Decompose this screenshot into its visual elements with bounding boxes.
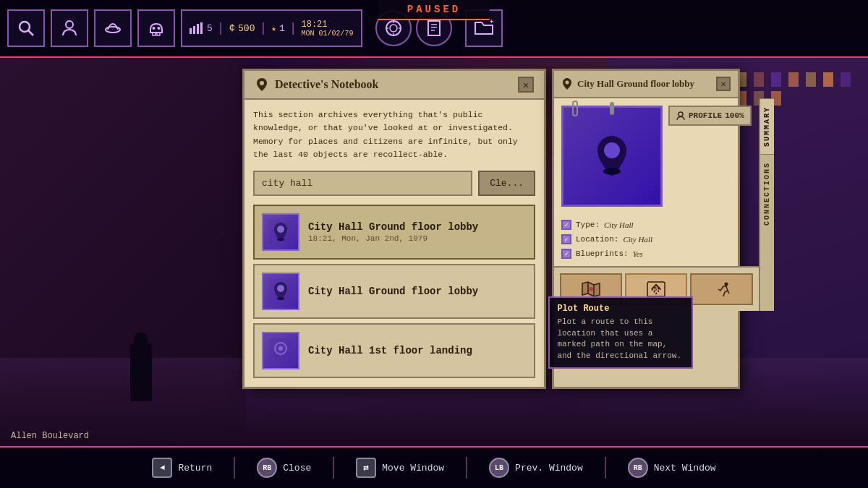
result-info-2: City Hall 1st floor landing	[308, 345, 527, 356]
action-run-btn[interactable]	[690, 273, 752, 305]
result-icon-2	[262, 332, 299, 369]
detail-title: City Hall Ground floor lobby	[577, 78, 694, 90]
hud-bars-icon: 5	[190, 22, 213, 34]
svg-rect-8	[190, 28, 192, 34]
notebook-description: This section archives everything that's …	[253, 108, 535, 162]
tab-summary[interactable]: SUMMARY	[760, 98, 774, 154]
svg-point-37	[589, 287, 593, 291]
bottom-action-next: RB Next Window	[628, 458, 716, 478]
detail-main: PROFILE 100% ✓ Type: City Hall	[554, 98, 759, 311]
prop-row-1: ✓ Location: City Hall	[561, 234, 752, 244]
prop-row-2: ✓ Blueprints: Yes	[561, 249, 752, 259]
next-label: Next Window	[654, 463, 716, 474]
svg-rect-5	[157, 33, 160, 35]
svg-rect-11	[200, 22, 203, 34]
tooltip-box: Plot Route Plot a route to this location…	[548, 296, 693, 369]
svg-point-33	[566, 81, 569, 85]
svg-point-6	[153, 27, 156, 30]
svg-point-34	[604, 142, 620, 158]
detail-image	[561, 106, 663, 207]
svg-point-26	[277, 238, 284, 241]
separator-4	[605, 457, 606, 479]
hud-search-btn[interactable]	[7, 9, 45, 47]
move-key-icon: ⇄	[356, 458, 376, 478]
hud-level: ★ 1	[271, 23, 284, 34]
svg-point-23	[260, 81, 264, 85]
prop-value-1: City Hall	[623, 235, 652, 244]
prop-checkbox-1: ✓	[561, 234, 571, 244]
svg-line-1	[28, 30, 33, 35]
map-pin-icon	[255, 77, 269, 93]
notebook-header: Detective's Notebook ✕	[244, 71, 544, 100]
hud-time: 18:21	[302, 20, 328, 30]
result-title-1: City Hall Ground floor lobby	[308, 286, 527, 297]
hud-currency: ¢ 500	[229, 22, 255, 34]
detail-action-row: S+ Plot Route Plot a route to this locat…	[554, 266, 759, 311]
profile-label: PROFILE	[689, 111, 722, 120]
result-icon-1	[262, 273, 299, 310]
svg-point-25	[277, 226, 284, 233]
bottom-action-close: RB Close	[257, 458, 311, 478]
move-label: Move Window	[382, 463, 444, 474]
detail-close-btn[interactable]: ✕	[716, 77, 731, 91]
svg-text:S+: S+	[654, 286, 660, 292]
separator-3	[466, 457, 467, 479]
clear-btn[interactable]: Cle...	[478, 171, 535, 196]
detail-tabs: SUMMARY CONNECTIONS	[759, 98, 774, 311]
close-label: Close	[283, 463, 311, 474]
return-label: Return	[178, 463, 212, 474]
svg-text:+: +	[490, 19, 493, 26]
hud-person-btn[interactable]	[51, 9, 88, 47]
hud-skull-btn[interactable]	[137, 9, 175, 47]
separator-1	[234, 457, 235, 479]
street-name: Allen Boulevard	[11, 431, 89, 441]
prop-checkbox-0: ✓	[561, 220, 571, 230]
return-key-icon: ◄	[152, 458, 172, 478]
notebook-close-btn[interactable]: ✕	[518, 77, 534, 93]
svg-rect-10	[197, 24, 199, 34]
prop-label-1: Location:	[576, 235, 618, 244]
close-rb-icon: RB	[257, 458, 277, 478]
hud-currency-value: 500	[238, 23, 255, 34]
action-route-btn[interactable]: S+ Plot Route Plot a route to this locat…	[625, 273, 687, 305]
tab-connections[interactable]: CONNECTIONS	[760, 154, 774, 233]
top-hud: 5 | ¢ 500 | ★ 1 | 18:21 MON 01/02/79	[0, 0, 868, 58]
search-input[interactable]	[253, 171, 472, 196]
hud-hat-btn[interactable]	[94, 9, 132, 47]
hud-date: MON 01/02/79	[302, 30, 354, 38]
detail-pin-icon	[561, 77, 573, 90]
prop-value-0: City Hall	[604, 221, 634, 229]
hud-skill-value: 5	[207, 23, 213, 34]
detail-panel: City Hall Ground floor lobby ✕	[552, 69, 740, 389]
svg-point-2	[66, 21, 73, 28]
detail-location-icon	[586, 130, 638, 182]
result-title-2: City Hall 1st floor landing	[308, 345, 527, 356]
prop-value-2: Yes	[633, 249, 643, 258]
profile-btn[interactable]: PROFILE 100%	[668, 106, 752, 126]
notebook-title: Detective's Notebook	[275, 78, 379, 91]
tooltip-text: Plot a route to this location that uses …	[557, 317, 684, 361]
next-rb-icon: RB	[628, 458, 648, 478]
svg-point-29	[277, 297, 284, 300]
svg-rect-18	[428, 21, 440, 35]
result-icon-0	[262, 213, 299, 251]
svg-point-40	[724, 283, 728, 286]
detail-props: ✓ Type: City Hall ✓ Location: City Hall	[561, 220, 752, 259]
result-title-0: City Hall Ground floor lobby	[308, 221, 527, 233]
svg-point-13	[390, 25, 397, 32]
svg-rect-9	[193, 26, 195, 34]
result-item-1[interactable]: City Hall Ground floor lobby	[253, 264, 535, 319]
svg-point-7	[158, 27, 161, 30]
svg-point-36	[678, 112, 683, 116]
svg-point-28	[277, 285, 284, 292]
result-subtitle-0: 18:21, Mon, Jan 2nd, 1979	[308, 234, 527, 243]
bottom-action-return: ◄ Return	[152, 458, 212, 478]
result-info-1: City Hall Ground floor lobby	[308, 286, 527, 297]
prop-row-0: ✓ Type: City Hall	[561, 220, 752, 230]
result-info-0: City Hall Ground floor lobby 18:21, Mon,…	[308, 221, 527, 243]
tooltip-title: Plot Route	[557, 304, 684, 314]
result-item[interactable]: City Hall Ground floor lobby 18:21, Mon,…	[253, 205, 535, 260]
detail-body: PROFILE 100% ✓ Type: City Hall	[554, 98, 738, 311]
bottom-bar: ◄ Return RB Close ⇄ Move Window LB Prev.…	[0, 446, 868, 488]
result-item-2[interactable]: City Hall 1st floor landing	[253, 323, 535, 378]
